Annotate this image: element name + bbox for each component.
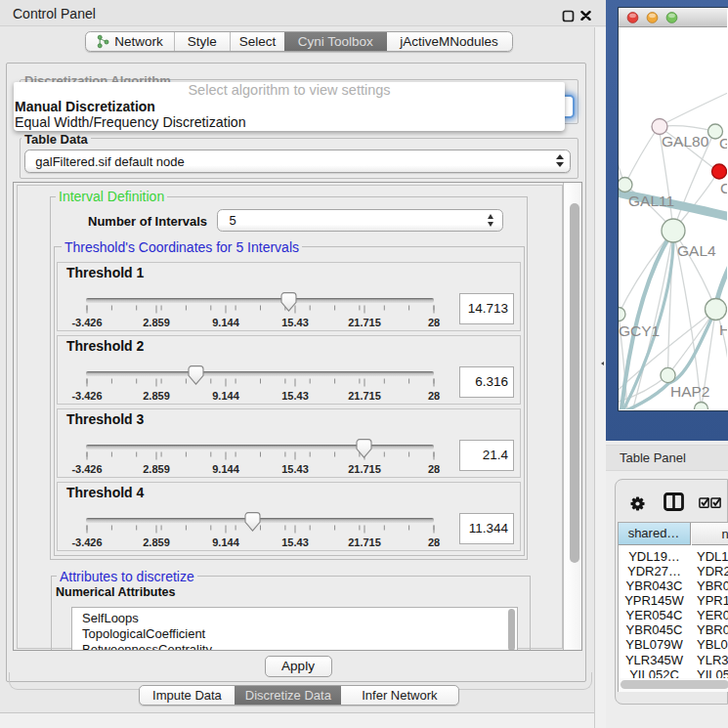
svg-text:CY: CY	[720, 180, 727, 196]
svg-text:GAL80: GAL80	[662, 133, 709, 150]
svg-text:H: H	[719, 321, 727, 338]
svg-text:GAL4: GAL4	[677, 242, 716, 259]
svg-text:GA: GA	[719, 135, 727, 151]
svg-text:HAP2: HAP2	[670, 383, 710, 400]
svg-text:GAL11: GAL11	[628, 193, 674, 209]
svg-text:GCY1: GCY1	[619, 322, 660, 339]
